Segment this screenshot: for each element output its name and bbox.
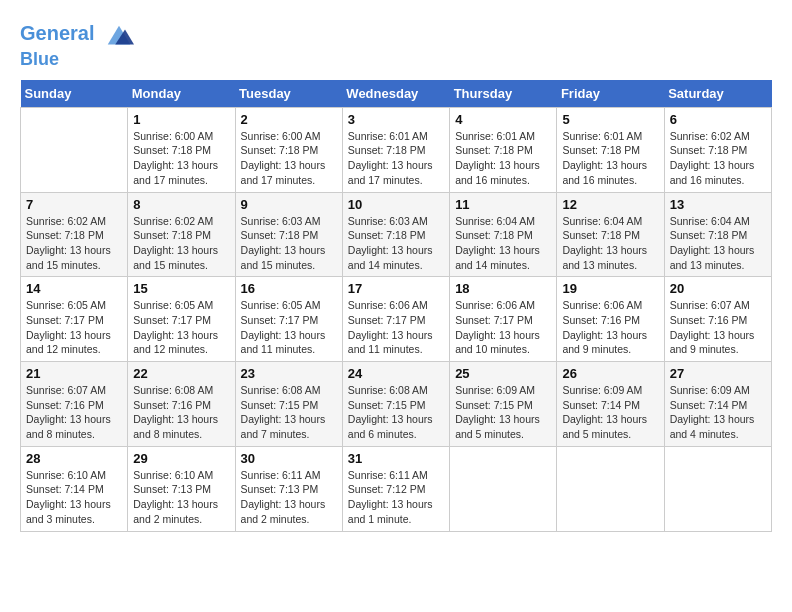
day-info: Sunrise: 6:09 AMSunset: 7:14 PMDaylight:… — [562, 383, 658, 442]
calendar-cell: 31Sunrise: 6:11 AMSunset: 7:12 PMDayligh… — [342, 446, 449, 531]
calendar-cell — [450, 446, 557, 531]
day-number: 14 — [26, 281, 122, 296]
calendar-cell: 28Sunrise: 6:10 AMSunset: 7:14 PMDayligh… — [21, 446, 128, 531]
day-number: 4 — [455, 112, 551, 127]
calendar-cell: 9Sunrise: 6:03 AMSunset: 7:18 PMDaylight… — [235, 192, 342, 277]
day-info: Sunrise: 6:05 AMSunset: 7:17 PMDaylight:… — [133, 298, 229, 357]
day-info: Sunrise: 6:09 AMSunset: 7:14 PMDaylight:… — [670, 383, 766, 442]
calendar-cell: 14Sunrise: 6:05 AMSunset: 7:17 PMDayligh… — [21, 277, 128, 362]
calendar-cell: 17Sunrise: 6:06 AMSunset: 7:17 PMDayligh… — [342, 277, 449, 362]
calendar-cell: 11Sunrise: 6:04 AMSunset: 7:18 PMDayligh… — [450, 192, 557, 277]
day-info: Sunrise: 6:06 AMSunset: 7:17 PMDaylight:… — [348, 298, 444, 357]
day-info: Sunrise: 6:04 AMSunset: 7:18 PMDaylight:… — [455, 214, 551, 273]
calendar-header: SundayMondayTuesdayWednesdayThursdayFrid… — [21, 80, 772, 108]
day-number: 24 — [348, 366, 444, 381]
calendar-cell: 27Sunrise: 6:09 AMSunset: 7:14 PMDayligh… — [664, 362, 771, 447]
day-number: 16 — [241, 281, 337, 296]
week-row: 28Sunrise: 6:10 AMSunset: 7:14 PMDayligh… — [21, 446, 772, 531]
calendar-cell: 22Sunrise: 6:08 AMSunset: 7:16 PMDayligh… — [128, 362, 235, 447]
day-number: 22 — [133, 366, 229, 381]
calendar-cell — [557, 446, 664, 531]
day-info: Sunrise: 6:01 AMSunset: 7:18 PMDaylight:… — [348, 129, 444, 188]
day-info: Sunrise: 6:09 AMSunset: 7:15 PMDaylight:… — [455, 383, 551, 442]
day-info: Sunrise: 6:01 AMSunset: 7:18 PMDaylight:… — [455, 129, 551, 188]
calendar-cell: 23Sunrise: 6:08 AMSunset: 7:15 PMDayligh… — [235, 362, 342, 447]
day-number: 15 — [133, 281, 229, 296]
calendar-cell: 29Sunrise: 6:10 AMSunset: 7:13 PMDayligh… — [128, 446, 235, 531]
calendar-cell: 24Sunrise: 6:08 AMSunset: 7:15 PMDayligh… — [342, 362, 449, 447]
day-info: Sunrise: 6:02 AMSunset: 7:18 PMDaylight:… — [26, 214, 122, 273]
calendar-table: SundayMondayTuesdayWednesdayThursdayFrid… — [20, 80, 772, 532]
day-number: 25 — [455, 366, 551, 381]
day-number: 26 — [562, 366, 658, 381]
calendar-body: 1Sunrise: 6:00 AMSunset: 7:18 PMDaylight… — [21, 107, 772, 531]
day-number: 23 — [241, 366, 337, 381]
calendar-cell: 20Sunrise: 6:07 AMSunset: 7:16 PMDayligh… — [664, 277, 771, 362]
day-info: Sunrise: 6:06 AMSunset: 7:17 PMDaylight:… — [455, 298, 551, 357]
day-info: Sunrise: 6:05 AMSunset: 7:17 PMDaylight:… — [241, 298, 337, 357]
page-header: General Blue — [20, 20, 772, 70]
week-row: 21Sunrise: 6:07 AMSunset: 7:16 PMDayligh… — [21, 362, 772, 447]
day-info: Sunrise: 6:08 AMSunset: 7:16 PMDaylight:… — [133, 383, 229, 442]
day-number: 2 — [241, 112, 337, 127]
day-number: 12 — [562, 197, 658, 212]
day-info: Sunrise: 6:11 AMSunset: 7:12 PMDaylight:… — [348, 468, 444, 527]
day-number: 10 — [348, 197, 444, 212]
calendar-cell: 18Sunrise: 6:06 AMSunset: 7:17 PMDayligh… — [450, 277, 557, 362]
day-number: 20 — [670, 281, 766, 296]
calendar-cell: 26Sunrise: 6:09 AMSunset: 7:14 PMDayligh… — [557, 362, 664, 447]
day-number: 1 — [133, 112, 229, 127]
day-info: Sunrise: 6:06 AMSunset: 7:16 PMDaylight:… — [562, 298, 658, 357]
calendar-cell: 5Sunrise: 6:01 AMSunset: 7:18 PMDaylight… — [557, 107, 664, 192]
calendar-cell: 3Sunrise: 6:01 AMSunset: 7:18 PMDaylight… — [342, 107, 449, 192]
day-info: Sunrise: 6:00 AMSunset: 7:18 PMDaylight:… — [133, 129, 229, 188]
calendar-cell: 7Sunrise: 6:02 AMSunset: 7:18 PMDaylight… — [21, 192, 128, 277]
day-number: 13 — [670, 197, 766, 212]
calendar-cell: 1Sunrise: 6:00 AMSunset: 7:18 PMDaylight… — [128, 107, 235, 192]
day-number: 21 — [26, 366, 122, 381]
day-info: Sunrise: 6:10 AMSunset: 7:14 PMDaylight:… — [26, 468, 122, 527]
header-day-saturday: Saturday — [664, 80, 771, 108]
calendar-cell: 8Sunrise: 6:02 AMSunset: 7:18 PMDaylight… — [128, 192, 235, 277]
calendar-cell — [21, 107, 128, 192]
day-info: Sunrise: 6:05 AMSunset: 7:17 PMDaylight:… — [26, 298, 122, 357]
day-number: 30 — [241, 451, 337, 466]
day-info: Sunrise: 6:01 AMSunset: 7:18 PMDaylight:… — [562, 129, 658, 188]
day-info: Sunrise: 6:11 AMSunset: 7:13 PMDaylight:… — [241, 468, 337, 527]
day-number: 6 — [670, 112, 766, 127]
day-info: Sunrise: 6:07 AMSunset: 7:16 PMDaylight:… — [26, 383, 122, 442]
day-info: Sunrise: 6:08 AMSunset: 7:15 PMDaylight:… — [241, 383, 337, 442]
calendar-cell: 16Sunrise: 6:05 AMSunset: 7:17 PMDayligh… — [235, 277, 342, 362]
calendar-cell: 2Sunrise: 6:00 AMSunset: 7:18 PMDaylight… — [235, 107, 342, 192]
day-number: 27 — [670, 366, 766, 381]
header-day-wednesday: Wednesday — [342, 80, 449, 108]
day-info: Sunrise: 6:04 AMSunset: 7:18 PMDaylight:… — [670, 214, 766, 273]
calendar-cell: 19Sunrise: 6:06 AMSunset: 7:16 PMDayligh… — [557, 277, 664, 362]
day-info: Sunrise: 6:04 AMSunset: 7:18 PMDaylight:… — [562, 214, 658, 273]
day-info: Sunrise: 6:02 AMSunset: 7:18 PMDaylight:… — [133, 214, 229, 273]
calendar-cell: 13Sunrise: 6:04 AMSunset: 7:18 PMDayligh… — [664, 192, 771, 277]
day-info: Sunrise: 6:03 AMSunset: 7:18 PMDaylight:… — [241, 214, 337, 273]
header-day-sunday: Sunday — [21, 80, 128, 108]
day-number: 9 — [241, 197, 337, 212]
day-number: 31 — [348, 451, 444, 466]
day-number: 17 — [348, 281, 444, 296]
logo: General Blue — [20, 20, 134, 70]
week-row: 14Sunrise: 6:05 AMSunset: 7:17 PMDayligh… — [21, 277, 772, 362]
header-row: SundayMondayTuesdayWednesdayThursdayFrid… — [21, 80, 772, 108]
day-number: 19 — [562, 281, 658, 296]
day-number: 29 — [133, 451, 229, 466]
header-day-thursday: Thursday — [450, 80, 557, 108]
calendar-cell: 21Sunrise: 6:07 AMSunset: 7:16 PMDayligh… — [21, 362, 128, 447]
day-info: Sunrise: 6:10 AMSunset: 7:13 PMDaylight:… — [133, 468, 229, 527]
calendar-cell: 10Sunrise: 6:03 AMSunset: 7:18 PMDayligh… — [342, 192, 449, 277]
header-day-tuesday: Tuesday — [235, 80, 342, 108]
calendar-cell: 6Sunrise: 6:02 AMSunset: 7:18 PMDaylight… — [664, 107, 771, 192]
calendar-cell: 4Sunrise: 6:01 AMSunset: 7:18 PMDaylight… — [450, 107, 557, 192]
week-row: 7Sunrise: 6:02 AMSunset: 7:18 PMDaylight… — [21, 192, 772, 277]
day-number: 3 — [348, 112, 444, 127]
day-info: Sunrise: 6:00 AMSunset: 7:18 PMDaylight:… — [241, 129, 337, 188]
day-number: 11 — [455, 197, 551, 212]
day-number: 18 — [455, 281, 551, 296]
day-info: Sunrise: 6:02 AMSunset: 7:18 PMDaylight:… — [670, 129, 766, 188]
